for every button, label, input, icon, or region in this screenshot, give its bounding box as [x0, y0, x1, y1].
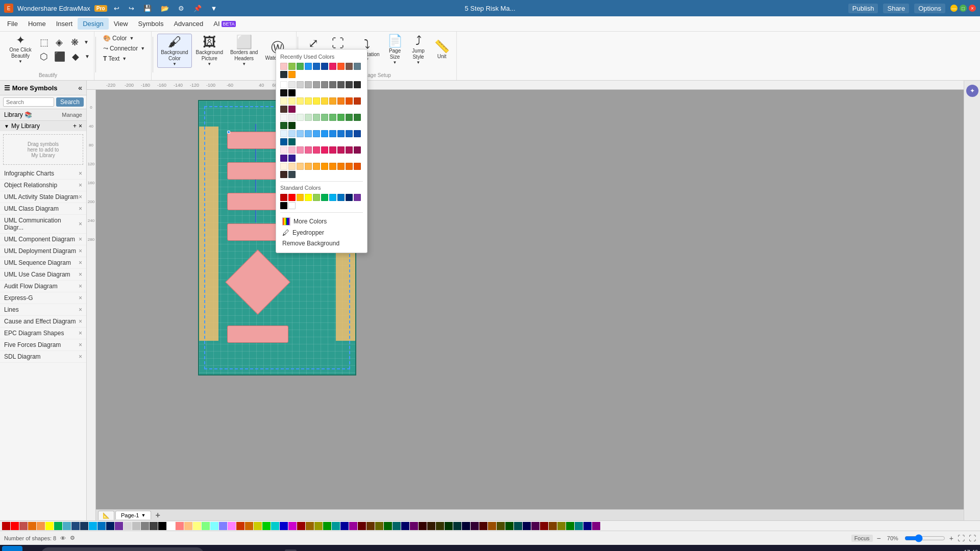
std-c7[interactable] — [329, 194, 336, 201]
page-size-btn[interactable]: 📄 PageSize ▼ — [384, 34, 406, 66]
palette-color-60[interactable] — [523, 522, 531, 530]
c-g8[interactable] — [346, 81, 353, 88]
c-or6[interactable] — [321, 163, 328, 170]
c-bl11[interactable] — [280, 138, 287, 145]
c-or11[interactable] — [280, 171, 287, 178]
assistant-btn[interactable]: ✦ — [966, 85, 978, 97]
uml-activity-close[interactable]: × — [79, 193, 82, 201]
c-gr5[interactable] — [329, 114, 336, 121]
palette-color-31[interactable] — [271, 522, 279, 530]
c-or8[interactable] — [337, 163, 345, 170]
palette-color-44[interactable] — [384, 522, 392, 530]
palette-color-33[interactable] — [288, 522, 297, 530]
jump-style-btn[interactable]: ⤴ JumpStyle ▼ — [407, 34, 430, 66]
palette-color-13[interactable] — [115, 522, 123, 530]
palette-color-15[interactable] — [132, 522, 140, 530]
c-bl3[interactable] — [297, 130, 304, 137]
c-y8[interactable] — [337, 97, 345, 105]
palette-color-39[interactable] — [340, 522, 349, 530]
sidebar-item-sdl[interactable]: SDL Diagram × — [0, 351, 86, 363]
beautify-alt2-btn[interactable]: ❋ — [67, 36, 82, 49]
minimize-btn[interactable]: — — [950, 5, 958, 12]
taskbar-firefox[interactable]: 🦊 — [253, 549, 269, 552]
sidebar-item-audit-flow[interactable]: Audit Flow Diagram × — [0, 281, 86, 292]
sidebar-item-uml-class[interactable]: UML Class Diagram × — [0, 203, 86, 215]
connector-btn[interactable]: ⤳ Connector ▼ — [100, 44, 148, 53]
c-black[interactable] — [288, 89, 296, 96]
palette-color-20[interactable] — [176, 522, 184, 530]
c-g9[interactable] — [354, 81, 361, 88]
palette-color-58[interactable] — [505, 522, 513, 530]
std-c8[interactable] — [337, 194, 345, 201]
start-button[interactable]: ⊞ — [2, 546, 22, 551]
c-or2[interactable] — [288, 163, 296, 170]
std-c9[interactable] — [346, 194, 353, 201]
remove-background-action[interactable]: Remove Background — [280, 238, 363, 248]
taskbar-search-icon[interactable]: 🔍 — [23, 549, 40, 552]
uml-class-close[interactable]: × — [79, 205, 82, 212]
c-gr6[interactable] — [337, 114, 345, 121]
palette-color-26[interactable] — [228, 522, 236, 530]
object-rel-close[interactable]: × — [79, 182, 82, 189]
c-or9[interactable] — [346, 163, 353, 170]
options-btn[interactable]: Options — [914, 4, 945, 13]
palette-color-65[interactable] — [566, 522, 574, 530]
beautify-grid-btn[interactable]: ⬚ — [37, 36, 51, 49]
recent-color-4[interactable] — [305, 63, 312, 70]
color-btn[interactable]: 🎨 Color ▼ — [100, 34, 137, 43]
palette-color-6[interactable] — [54, 522, 62, 530]
more-btn[interactable]: ▼ — [208, 4, 220, 13]
c-g6[interactable] — [329, 81, 336, 88]
c-y9[interactable] — [346, 97, 353, 105]
palette-color-53[interactable] — [462, 522, 470, 530]
taskbar-search-bar[interactable]: Type here to search — [41, 547, 204, 551]
share-btn[interactable]: Share — [883, 4, 909, 13]
palette-color-28[interactable] — [245, 522, 253, 530]
c-br1[interactable] — [280, 106, 287, 113]
search-button[interactable]: Search — [56, 97, 84, 107]
c-g5[interactable] — [321, 81, 328, 88]
palette-color-7[interactable] — [63, 522, 71, 530]
palette-color-57[interactable] — [497, 522, 505, 530]
canvas-area[interactable]: -220 -200 -180 -160 -140 -120 -100 -60 4… — [87, 81, 964, 520]
recent-color-5[interactable] — [313, 63, 320, 70]
c-gr3[interactable] — [313, 114, 320, 121]
c-bl6[interactable] — [321, 130, 328, 137]
c-or4[interactable] — [305, 163, 312, 170]
c-lg2[interactable] — [288, 114, 296, 121]
recent-color-6[interactable] — [321, 63, 328, 70]
uml-use-case-close[interactable]: × — [79, 271, 82, 278]
palette-color-35[interactable] — [306, 522, 314, 530]
c-gr9[interactable] — [280, 122, 287, 129]
palette-color-37[interactable] — [323, 522, 331, 530]
sidebar-item-five-forces[interactable]: Five Forces Diagram × — [0, 339, 86, 351]
menu-symbols[interactable]: Symbols — [133, 18, 169, 30]
c-y7[interactable] — [329, 97, 336, 105]
std-c11[interactable] — [280, 202, 287, 209]
palette-color-40[interactable] — [349, 522, 357, 530]
close-lib-btn[interactable]: × — [79, 122, 82, 130]
palette-color-64[interactable] — [557, 522, 566, 530]
c-lg1[interactable] — [280, 114, 287, 121]
palette-color-34[interactable] — [297, 522, 305, 530]
c-y1[interactable] — [280, 97, 287, 105]
std-c4[interactable] — [305, 194, 312, 201]
menu-home[interactable]: Home — [23, 18, 51, 30]
std-c1[interactable] — [280, 194, 287, 201]
c-y6[interactable] — [321, 97, 328, 105]
palette-color-25[interactable] — [219, 522, 227, 530]
c-or7[interactable] — [329, 163, 336, 170]
handle-1[interactable] — [227, 131, 230, 134]
recent-color-3[interactable] — [297, 63, 304, 70]
c-y5[interactable] — [313, 97, 320, 105]
palette-color-67[interactable] — [583, 522, 592, 530]
menu-view[interactable]: View — [109, 18, 133, 30]
palette-color-3[interactable] — [28, 522, 36, 530]
palette-color-19[interactable] — [167, 522, 175, 530]
palette-color-22[interactable] — [193, 522, 201, 530]
palette-color-55[interactable] — [479, 522, 487, 530]
palette-color-41[interactable] — [358, 522, 366, 530]
c-pu2[interactable] — [288, 155, 296, 162]
palette-color-62[interactable] — [540, 522, 548, 530]
menu-file[interactable]: File — [2, 18, 23, 30]
